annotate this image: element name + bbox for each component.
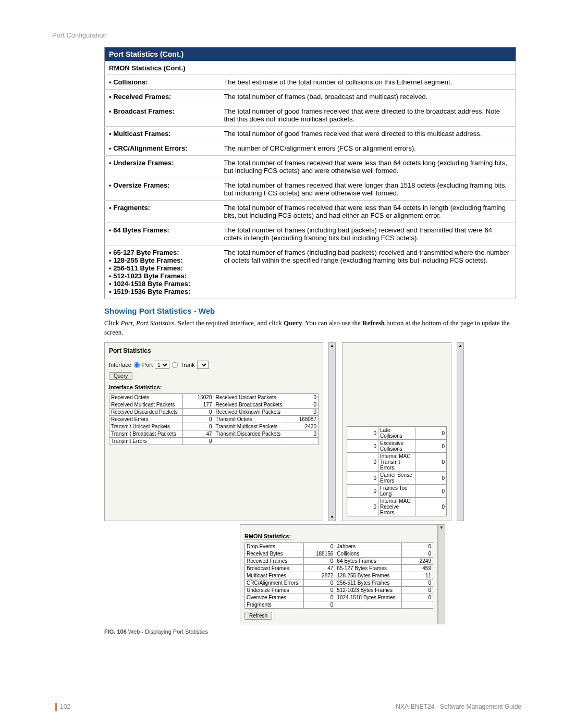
extra-stats-table: 0Late Collisions00Excessive Collisions00… (347, 426, 447, 516)
extra-stats-panel: 0Late Collisions00Excessive Collisions00… (342, 342, 451, 521)
port-statistics-panel: Port Statistics Interface Port 1 Trunk Q… (104, 342, 323, 521)
screenshot-top-row: Port Statistics Interface Port 1 Trunk Q… (104, 342, 516, 521)
stat-label: • Fragments: (105, 201, 220, 223)
scrollbar[interactable]: ▲ ▼ (328, 342, 336, 521)
stat-label: • Multicast Frames: (105, 127, 220, 141)
stat-desc: The total number of frames received that… (219, 201, 516, 223)
rmon-screenshot: RMON Statistics: Drop Events0Jabbers0Rec… (240, 524, 516, 624)
interface-stats-table: Received Octets15020Received Unicast Pac… (109, 393, 319, 445)
port-statistics-table: Port Statistics (Cont.) RMON Statistics … (104, 47, 516, 299)
page-number: 102 (60, 703, 70, 710)
stat-desc: The best estimate of the total number of… (219, 75, 516, 90)
stat-label: • CRC/Alignment Errors: (105, 141, 220, 156)
scrollbar-3[interactable]: ▼ (438, 524, 445, 624)
stat-label: • Received Frames: (105, 90, 220, 104)
port-radio[interactable] (133, 362, 140, 368)
panel-title: Port Statistics (109, 347, 319, 354)
trunk-radio[interactable] (172, 362, 178, 368)
stat-desc: The total number of good frames received… (219, 104, 516, 127)
section-heading: Showing Port Statistics - Web (104, 306, 516, 315)
port-label: Port (142, 362, 153, 368)
instruction-para: Click Port, Port Statistics. Select the … (104, 318, 516, 337)
stat-label: • Undersize Frames: (105, 156, 220, 178)
stat-desc: The total number of frames (including ba… (219, 245, 516, 299)
refresh-button[interactable]: Refresh (244, 612, 272, 620)
figure-caption: FIG. 106 Web - Displaying Port Statistic… (104, 628, 516, 635)
table-section: RMON Statistics (Cont.) (105, 61, 516, 75)
scroll-up-icon[interactable]: ▲ (330, 343, 334, 349)
trunk-select[interactable] (197, 361, 209, 369)
stat-desc: The total number of frames received that… (219, 178, 516, 201)
port-select[interactable]: 1 (155, 361, 169, 369)
stat-label: • Collisions: (105, 75, 220, 90)
stat-desc: The total number of frames (including ba… (219, 223, 516, 245)
scrollbar-2[interactable]: ▲ (457, 342, 464, 521)
interface-label: Interface (109, 362, 131, 368)
stat-desc: The total number of good frames received… (219, 127, 516, 141)
scroll-down-icon[interactable]: ▼ (439, 525, 444, 531)
scroll-up-icon[interactable]: ▲ (458, 343, 462, 349)
stat-desc: The total number of frames (bad, broadca… (219, 90, 516, 104)
page-footer: 102 NXA-ENET24 - Software Management Gui… (52, 703, 521, 711)
query-button[interactable]: Query (109, 372, 132, 380)
rmon-stats-label: RMON Statistics: (244, 533, 433, 539)
scroll-down-icon[interactable]: ▼ (330, 514, 334, 521)
trunk-label: Trunk (180, 362, 195, 368)
rmon-panel: RMON Statistics: Drop Events0Jabbers0Rec… (240, 524, 438, 624)
stat-desc: The number of CRC/alignment errors (FCS … (219, 141, 516, 156)
table-title: Port Statistics (Cont.) (105, 47, 516, 61)
stat-label: • 65-127 Byte Frames:• 128-255 Byte Fram… (105, 245, 220, 299)
doc-title: NXA-ENET24 - Software Management Guide (396, 703, 521, 711)
interface-stats-label: Interface Statistics: (109, 384, 319, 390)
stat-desc: The total number of frames received that… (219, 156, 516, 178)
stat-label: • Broadcast Frames: (105, 104, 220, 127)
stat-label: • Oversize Frames: (105, 178, 220, 201)
stat-label: • 64 Bytes Frames: (105, 223, 220, 245)
breadcrumb: Port Configuration (52, 31, 521, 39)
rmon-stats-table: Drop Events0Jabbers0Received Bytes188156… (244, 542, 433, 609)
